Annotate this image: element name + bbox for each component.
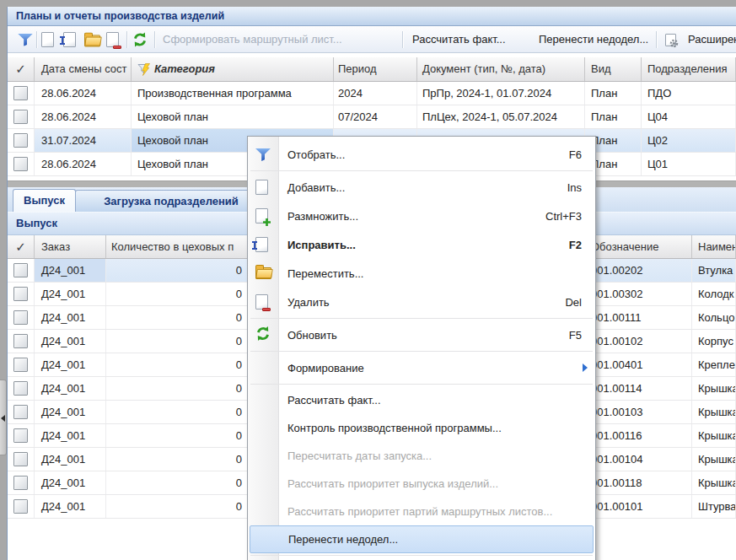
row-checkbox[interactable] (13, 428, 28, 443)
menu-item-priority-products[interactable]: Рассчитать приоритет выпуска изделий... (248, 470, 595, 498)
check-all-header[interactable]: ✓ (8, 57, 35, 81)
menu-item-duplicate[interactable]: Размножить...Ctrl+F3 (248, 202, 595, 230)
row-checkbox[interactable] (13, 405, 28, 419)
row-checkbox[interactable] (13, 499, 28, 514)
calc-fact-button[interactable]: Рассчитать факт... (412, 30, 506, 50)
cell-department: ПДО (642, 82, 736, 105)
cell-name: Крышка (692, 401, 736, 423)
menu-item-control-program[interactable]: Контроль производственной программы... (248, 414, 595, 442)
column-header-quantity[interactable]: Количество в цеховых п (106, 235, 248, 258)
cell-order: Д24_001 (35, 377, 106, 400)
delete-document-icon (255, 294, 268, 310)
row-checkbox[interactable] (13, 86, 28, 100)
column-header-order[interactable]: Заказ (35, 235, 106, 258)
extended-filter-label[interactable]: Расширен (688, 30, 736, 50)
context-menu: Отобрать...F6 Добавить...Ins Размножить.… (247, 136, 596, 560)
cell-quantity: 0 (106, 259, 248, 282)
cell-designation: 001.00111 (587, 306, 692, 329)
plans-row[interactable]: 28.06.2024 Производственная программа 20… (8, 82, 736, 105)
page-gear-icon (665, 34, 676, 46)
edit-button[interactable] (63, 32, 76, 47)
menu-item-forming[interactable]: Формирование (248, 353, 595, 382)
cell-period: 2024 (334, 82, 417, 105)
toolbar-separator (656, 31, 657, 48)
row-checkbox[interactable] (13, 263, 28, 277)
menu-item-add[interactable]: Добавить...Ins (248, 173, 595, 202)
extended-filter-button[interactable] (665, 32, 676, 46)
column-header-date[interactable]: Дата смены сост (35, 57, 132, 81)
cell-order: Д24_001 (35, 424, 106, 447)
row-checkbox[interactable] (13, 452, 28, 466)
cell-designation: 001.00101 (587, 495, 692, 518)
filter-button[interactable] (18, 32, 33, 46)
sort-filter-icon (137, 63, 151, 76)
menu-separator (250, 351, 593, 352)
tab-output[interactable]: Выпуск (13, 189, 76, 212)
toolbar: Сформировать маршрутный лист... Рассчита… (8, 26, 736, 53)
add-document-icon (41, 32, 54, 47)
row-checkbox-cell (8, 153, 35, 175)
check-all-header[interactable]: ✓ (8, 235, 35, 258)
column-header-category[interactable]: Категория (132, 57, 334, 81)
open-folder-icon (84, 35, 100, 46)
collapse-arrow-icon (1, 415, 5, 422)
splitter-handle[interactable] (0, 380, 7, 455)
menu-item-delete[interactable]: УдалитьDel (248, 288, 595, 316)
column-header-name[interactable]: Наимен (692, 235, 736, 258)
column-header-period[interactable]: Период (334, 57, 417, 81)
menu-item-priority-batches[interactable]: Рассчитать приоритет партий маршрутных л… (248, 498, 595, 525)
form-route-sheet-button[interactable]: Сформировать маршрутный лист... (163, 30, 342, 50)
delete-document-icon (106, 32, 119, 47)
row-checkbox[interactable] (13, 310, 28, 325)
row-checkbox[interactable] (13, 358, 28, 372)
menu-item-refresh[interactable]: ОбновитьF5 (248, 320, 595, 349)
cell-designation: 001.00116 (587, 424, 692, 447)
cell-quantity: 0 (106, 424, 248, 447)
delete-button[interactable] (106, 32, 119, 47)
row-checkbox-cell (8, 495, 35, 518)
cell-quantity: 0 (106, 306, 248, 329)
cell-name: Штурва (692, 495, 736, 518)
row-checkbox[interactable] (13, 287, 28, 301)
menu-item-filter[interactable]: Отобрать...F6 (248, 140, 595, 169)
carry-shortfall-button[interactable]: Перенести недодел... (539, 30, 648, 50)
row-checkbox[interactable] (13, 133, 28, 148)
menu-item-carry-shortfall[interactable]: Перенести недодел... (250, 525, 594, 553)
column-header-document[interactable]: Документ (тип, №, дата) (417, 57, 585, 81)
move-button[interactable] (84, 32, 100, 46)
filter-icon (255, 148, 271, 161)
row-checkbox[interactable] (13, 110, 28, 124)
add-button[interactable] (41, 32, 54, 47)
submenu-arrow-icon (583, 363, 588, 372)
row-checkbox-cell (8, 259, 35, 282)
cell-name: Крышка (692, 424, 736, 447)
menu-item-move[interactable]: Переместить... (248, 259, 595, 288)
row-checkbox[interactable] (13, 381, 28, 396)
row-checkbox-cell (8, 105, 35, 128)
row-checkbox-cell (8, 377, 35, 400)
cell-department: Ц04 (642, 105, 736, 128)
column-header-departments[interactable]: Подразделения (642, 57, 736, 81)
menu-item-recalc-dates[interactable]: Пересчитать даты запуска... (248, 442, 595, 470)
menu-item-calc-fact[interactable]: Рассчитать факт... (248, 386, 595, 414)
refresh-icon (132, 32, 148, 47)
menu-item-edit[interactable]: Исправить...F2 (248, 230, 595, 259)
row-checkbox-cell (8, 353, 35, 376)
cell-quantity: 0 (106, 401, 248, 423)
plans-row[interactable]: 28.06.2024 Цеховой план 07/2024 ПлЦех, 2… (8, 105, 736, 129)
column-header-designation[interactable]: Обозначение (587, 235, 692, 258)
row-checkbox-cell (8, 82, 35, 105)
cell-name: Кольцо (692, 306, 736, 329)
row-checkbox[interactable] (13, 157, 28, 171)
plans-header-row: ✓ Дата смены сост Категория Период Докум… (8, 57, 736, 82)
column-header-kind[interactable]: Вид (585, 57, 642, 81)
refresh-button[interactable] (132, 32, 148, 47)
menu-separator (250, 318, 593, 319)
row-checkbox-cell (8, 283, 35, 305)
tab-load[interactable]: Загрузка подразделений (75, 190, 267, 212)
row-checkbox[interactable] (13, 334, 28, 348)
row-checkbox[interactable] (13, 476, 28, 490)
cell-quantity: 0 (106, 353, 248, 376)
cell-designation: 001.00202 (587, 259, 692, 282)
cell-category: Производственная программа (132, 82, 334, 105)
